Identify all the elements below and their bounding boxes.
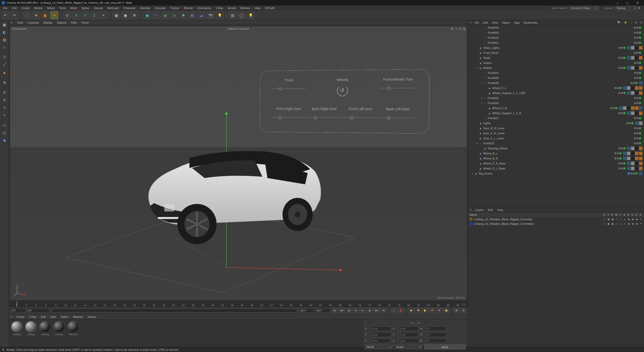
layer-toggle-icon[interactable]: ◻ <box>619 217 622 221</box>
layer-toggle-icon[interactable]: ▸ <box>623 222 626 226</box>
tag-icon[interactable] <box>639 121 642 125</box>
tag-icon[interactable] <box>631 167 634 170</box>
object-row[interactable]: ◦Point018 <box>468 25 644 30</box>
tag-icon[interactable] <box>639 91 642 95</box>
mat-menu-material[interactable]: Material <box>72 315 84 319</box>
vp-zoom-icon[interactable]: ⤢ <box>455 27 457 31</box>
object-row[interactable]: ◦Point021 <box>468 40 644 45</box>
tag-icon[interactable] <box>639 147 642 150</box>
object-tags[interactable] <box>627 162 642 165</box>
object-vis-dots[interactable] <box>618 162 625 164</box>
tag-icon[interactable] <box>639 46 642 50</box>
mat-menu-create[interactable]: Create <box>15 315 25 319</box>
tag-icon[interactable] <box>635 162 638 165</box>
tag-icon[interactable] <box>627 91 630 95</box>
timeline-opt-2-button[interactable]: ⊟ <box>460 308 466 313</box>
layer-toggle-icon[interactable]: ◆ <box>635 222 638 226</box>
layer-toggle-icon[interactable]: ▸ <box>623 217 626 221</box>
mat-menu-select[interactable]: Select <box>60 315 69 319</box>
tag-icon[interactable] <box>639 152 642 155</box>
add-field-button[interactable]: ✱ <box>180 12 187 19</box>
object-tags[interactable] <box>627 167 642 170</box>
tree-twisty-icon[interactable]: ▾ <box>480 82 483 84</box>
size-x-field[interactable] <box>398 326 418 331</box>
object-row[interactable]: ▲Wheel_F_L_Base <box>468 166 644 171</box>
coord-apply-button[interactable]: Apply <box>424 344 465 349</box>
menu-animate[interactable]: Animate <box>138 6 152 10</box>
vp-menu-cameras[interactable]: Cameras <box>26 21 40 25</box>
add-light-button[interactable]: 💡 <box>216 12 223 19</box>
render-view-button[interactable]: ▦ <box>112 12 120 19</box>
tag-icon[interactable] <box>635 167 638 170</box>
tag-icon[interactable] <box>631 46 634 50</box>
object-tags[interactable] <box>627 56 642 60</box>
live-select-button[interactable]: ⬚ <box>23 12 31 19</box>
om-toolbar-icon[interactable]: ▿ <box>630 21 632 24</box>
om-toolbar-icon[interactable]: ⊞ <box>635 21 637 24</box>
om-menu-tags[interactable]: Tags <box>513 21 521 25</box>
vp-rotate-icon[interactable]: ⟳ <box>459 27 461 31</box>
layer-toggle-icon[interactable]: ◻ <box>603 222 606 226</box>
om-toolbar-icon[interactable]: ⊟ <box>640 21 642 24</box>
tag-icon[interactable] <box>627 152 630 155</box>
object-vis-dots[interactable] <box>614 157 621 159</box>
prev-frame-button[interactable]: ◂| <box>346 308 352 313</box>
tag-icon[interactable] <box>619 106 622 110</box>
tag-icon[interactable] <box>635 91 638 95</box>
tag-icon[interactable] <box>639 157 642 160</box>
layer-row[interactable]: LiXiang_L6_Obsidian_Black_Rigged_Control… <box>468 222 644 226</box>
object-vis-dots[interactable] <box>610 107 617 109</box>
object-row[interactable]: ▲Glass_Lights <box>468 45 644 50</box>
object-tags[interactable] <box>623 157 642 160</box>
play-back-button[interactable]: ◂ <box>353 308 359 313</box>
om-menu-handle-icon[interactable]: ≡ <box>470 21 472 24</box>
palette-2-button[interactable]: ◯ <box>238 12 245 19</box>
node-space-dropdown[interactable]: Current (V-Ray) <box>569 6 599 10</box>
material-item[interactable]: LiXiang <box>39 321 51 336</box>
tag-icon[interactable] <box>631 147 634 150</box>
object-tags[interactable] <box>619 106 642 110</box>
tag-icon[interactable] <box>635 106 638 110</box>
object-row[interactable]: ◦Point009 <box>468 30 644 35</box>
tag-icon[interactable] <box>623 106 626 110</box>
add-generator-button[interactable]: ◍ <box>162 12 169 19</box>
tag-icon[interactable] <box>623 157 626 160</box>
object-vis-dots[interactable] <box>634 127 641 129</box>
tag-icon[interactable] <box>635 157 638 160</box>
object-row[interactable]: ▲Door_F_R_Lever <box>468 131 644 136</box>
layer-toggle-icon[interactable]: ◻ <box>615 222 618 226</box>
mat-menu-texture[interactable]: Texture <box>86 315 97 319</box>
tag-icon[interactable] <box>639 86 642 90</box>
material-browser[interactable]: LiXiangLiXiangLiXiangLiXiangMaLiXiar <box>9 320 362 347</box>
object-vis-dots[interactable] <box>634 27 641 29</box>
object-vis-dots[interactable] <box>618 112 625 114</box>
make-editable-button[interactable]: ▦ <box>1 21 8 28</box>
layer-toggle-icon[interactable]: ◻ <box>603 217 606 221</box>
vp-maximize-icon[interactable]: ⊞ <box>463 27 465 31</box>
object-row[interactable]: ▸▲Rig_Frame <box>468 171 644 176</box>
object-vis-dots[interactable] <box>634 102 641 104</box>
render-region-button[interactable]: ▣ <box>122 12 129 19</box>
object-tags[interactable] <box>627 66 642 70</box>
x-axis-lock-button[interactable]: X <box>72 12 80 19</box>
menu-v-ray[interactable]: V-Ray <box>214 6 225 10</box>
object-tags[interactable] <box>627 46 642 50</box>
menu-modes[interactable]: Modes <box>32 6 45 10</box>
menu-simulate[interactable]: Simulate <box>153 6 168 10</box>
object-tags[interactable] <box>627 91 642 95</box>
om-toolbar-icon[interactable]: ⚡ <box>624 21 627 24</box>
object-vis-dots[interactable] <box>627 172 637 175</box>
layer-toggles[interactable]: ◻▣▣◻◻▸◆◆◆✕ <box>603 217 642 221</box>
object-row[interactable]: ◦Point014 <box>468 35 644 40</box>
object-vis-dots[interactable] <box>618 47 625 49</box>
tag-icon[interactable] <box>635 111 638 115</box>
coord-menu-handle-icon[interactable]: ≡ — ≡ <box>365 321 465 325</box>
object-vis-dots[interactable] <box>614 87 621 89</box>
tag-icon[interactable] <box>635 147 638 150</box>
object-vis-dots[interactable] <box>634 77 641 79</box>
mat-menu-v-ray[interactable]: V-Ray <box>28 315 37 319</box>
tree-twisty-icon[interactable]: ▸ <box>471 172 474 175</box>
tag-icon[interactable] <box>631 152 634 155</box>
y-axis-lock-button[interactable]: Y <box>82 12 89 19</box>
tag-icon[interactable] <box>631 86 634 90</box>
